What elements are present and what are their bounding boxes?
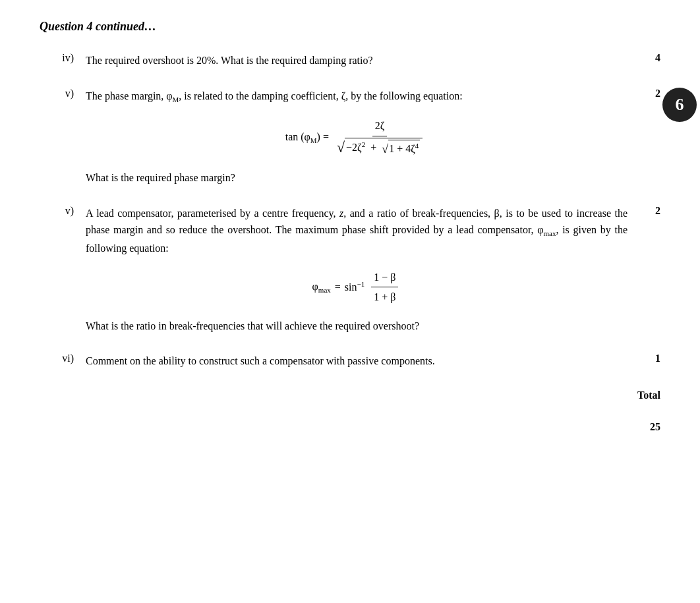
question-iv-label: iv) — [40, 52, 86, 69]
phi-max-formula: φmax = sin−1 1 − β 1 + β — [86, 269, 627, 306]
question-v2-content: A lead compensator, parameterised by a c… — [86, 205, 627, 335]
question-vi: vi) Comment on the ability to construct … — [40, 353, 660, 370]
max-sub: max — [318, 286, 331, 294]
phi-m-sub: M — [310, 136, 317, 144]
formula-fraction: 2ζ √ −2ζ2 + √ 1 + 4ζ4 — [334, 117, 425, 158]
formula-numerator: 2ζ — [372, 117, 388, 136]
question-v2-marks: 2 — [627, 205, 660, 335]
question-vi-marks: 1 — [627, 353, 660, 370]
sin-fraction: 1 − β 1 + β — [371, 269, 398, 306]
total-value: 25 — [641, 421, 660, 433]
question-v2-question: What is the ratio in break-frequencies t… — [86, 320, 419, 331]
question-v1: v) The phase margin, φM, is related to t… — [40, 88, 660, 187]
question-iv: iv) The required overshoot is 20%. What … — [40, 52, 660, 69]
total-row: Total 25 — [40, 389, 660, 433]
question-v1-label: v) — [40, 88, 86, 187]
phi-max-sub: max — [544, 229, 556, 237]
question-vi-label: vi) — [40, 353, 86, 370]
total-label: Total — [637, 389, 660, 401]
question-vi-text: Comment on the ability to construct such… — [86, 355, 435, 366]
question-vi-content: Comment on the ability to construct such… — [86, 353, 627, 370]
equals-sign: = — [335, 279, 341, 296]
sin-denominator: 1 + β — [371, 287, 398, 306]
sin-numerator: 1 − β — [371, 269, 398, 288]
question-v2-label: v) — [40, 205, 86, 335]
question-iv-content: The required overshoot is 20%. What is t… — [86, 52, 627, 69]
question-v2: v) A lead compensator, parameterised by … — [40, 205, 660, 335]
inner-sqrt-sym: √ — [382, 143, 388, 155]
zeta-4: 4 — [415, 142, 419, 150]
inner-sqrt-content: 1 + 4ζ4 — [388, 140, 420, 158]
question-iv-text: The required overshoot is 20%. What is t… — [86, 55, 373, 66]
section-badge: 6 — [662, 88, 697, 122]
phase-margin-formula: tan (φM) = 2ζ √ −2ζ2 + √ 1 + 4ζ4 — [86, 117, 627, 158]
outer-sqrt: √ −2ζ2 + √ 1 + 4ζ4 — [337, 138, 423, 158]
question-v2-text: A lead compensator, parameterised by a c… — [86, 208, 627, 254]
zeta-sq: 2 — [362, 140, 366, 148]
question-iv-marks: 4 — [627, 52, 660, 69]
question-v1-marks: 2 — [627, 88, 660, 187]
phi-max-lhs: φmax — [312, 278, 331, 297]
inner-sqrt: √ 1 + 4ζ4 — [382, 140, 420, 158]
formula-denominator: √ −2ζ2 + √ 1 + 4ζ4 — [334, 136, 425, 158]
page-title: Question 4 continued… — [40, 20, 660, 34]
question-v1-question: What is the required phase margin? — [86, 172, 235, 183]
sqrt-content: −2ζ2 + √ 1 + 4ζ4 — [345, 138, 423, 158]
phi-max-eq: φmax = sin−1 1 − β 1 + β — [312, 269, 401, 306]
phi-subscript: M — [173, 96, 179, 103]
neg1-sup: −1 — [357, 280, 365, 288]
question-v1-content: The phase margin, φM, is related to the … — [86, 88, 627, 187]
question-v1-text: The phase margin, φM, is related to the … — [86, 90, 463, 101]
sqrt-symbol: √ — [337, 140, 345, 155]
sin-inv: sin−1 — [345, 279, 365, 296]
tan-phi-lhs: tan (φM) = — [285, 129, 329, 147]
